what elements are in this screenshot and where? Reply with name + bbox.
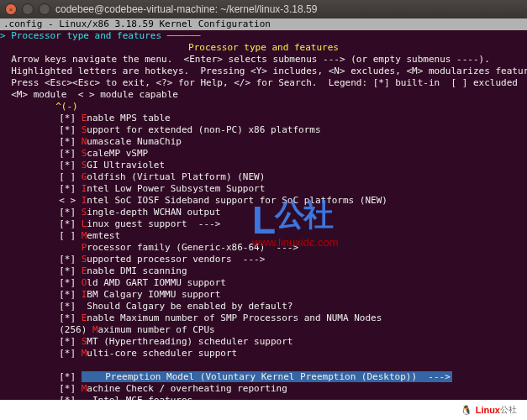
menu-label: oldfish (Virtual Platform) (NEW) [87, 171, 265, 182]
menu-item[interactable]: [*] Machine Check / overheating reportin… [0, 383, 527, 395]
page-footer: 🐧 Linux 公社 [0, 400, 527, 420]
menu-item[interactable]: [*] ScaleMP vSMP [0, 148, 527, 160]
menu-item[interactable]: [*] Enable MPS table [0, 113, 527, 124]
selected-label: Preemption Model (Voluntary Kernel Preem… [105, 371, 451, 382]
menu-label: ulti-core scheduler support [87, 348, 237, 359]
menu-label: upported processor vendors ---> [87, 254, 265, 265]
menu-item[interactable]: [*] Multi-core scheduler support [0, 348, 527, 360]
help-line: <M> module < > module capable [0, 89, 527, 101]
menu-label: emtest [87, 230, 120, 241]
menu-item[interactable]: [*] Intel Low Power Subsystem Support [0, 183, 527, 195]
menu-label: achine Check / overheating reporting [87, 383, 287, 394]
terminal: .config - Linux/x86 3.18.59 Kernel Confi… [0, 18, 527, 400]
window-titlebar: × codebee@codebee-virtual-machine: ~/ker… [0, 0, 527, 18]
menu-item[interactable]: [ ] Goldfish (Virtual Platform) (NEW) [0, 171, 527, 183]
menu-title: Processor type and features [188, 42, 339, 53]
close-icon[interactable]: × [5, 3, 17, 15]
menu-label: ld AMD GART IOMMU support [87, 277, 226, 288]
help-line: Arrow keys navigate the menu. <Enter> se… [0, 54, 527, 66]
penguin-icon: 🐧 [461, 405, 472, 416]
menu-item[interactable]: Processor family (Generic-x86-64) ---> [0, 242, 527, 254]
menu-item[interactable]: [*] SMT (Hyperthreading) scheduler suppo… [0, 336, 527, 348]
breadcrumb: > Processor type and features ────── [0, 30, 200, 41]
menu-item[interactable]: < > Intel SoC IOSF Sideband support for … [0, 195, 527, 207]
menu-label: nable Maximum number of SMP Processors a… [87, 312, 382, 323]
menu-item-selected[interactable]: Preemption Model (Voluntary Kernel Preem… [0, 360, 527, 371]
menu-label: nable DMI scanning [87, 265, 187, 276]
menu-item[interactable]: [*] Should Calgary be enabled by default… [0, 301, 527, 312]
menu-item[interactable]: [*] Supported processor vendors ---> [0, 254, 527, 265]
help-line: Press <Esc><Esc> to exit, <?> for Help, … [0, 77, 527, 89]
menu-label: upport for extended (non-PC) x86 platfor… [87, 124, 320, 135]
menu-label: BM Calgary IOMMU support [87, 289, 220, 300]
menu-item[interactable]: [*] Enable Maximum number of SMP Process… [0, 312, 527, 324]
menu-item[interactable]: [*] Single-depth WCHAN output [0, 207, 527, 218]
menu-label: ingle-depth WCHAN output [87, 207, 220, 218]
menu-label: nable MPS table [87, 113, 170, 123]
menu-item[interactable]: [*] Support for extended (non-PC) x86 pl… [0, 124, 527, 136]
menu-label: ntel Low Power Subsystem Support [87, 183, 265, 194]
menu-item[interactable]: [ ] Memtest [0, 230, 527, 242]
menu-label: ntel SoC IOSF Sideband support for SoC p… [87, 195, 387, 206]
help-line: Highlighted letters are hotkeys. Pressin… [0, 66, 527, 77]
footer-suffix: 公社 [500, 404, 517, 416]
menu-item[interactable]: [*] Enable DMI scanning [0, 265, 527, 277]
menu-hotkey: M [92, 324, 98, 335]
menu-item[interactable]: [*] SGI Ultraviolet [0, 160, 527, 171]
maximize-icon[interactable] [39, 3, 50, 15]
menu-label: umascale NumaChip [87, 136, 182, 147]
menu-item[interactable]: [*] Old AMD GART IOMMU support [0, 277, 527, 289]
scroll-up-indicator: ^(-) [55, 101, 78, 112]
menu-label: aximum number of CPUs [98, 324, 215, 335]
menu-item[interactable]: [*] IBM Calgary IOMMU support [0, 289, 527, 301]
menu-label: rocessor family (Generic-x86-64) ---> [87, 242, 298, 253]
menu-item[interactable]: [*] Linux guest support ---> [0, 218, 527, 230]
window-title: codebee@codebee-virtual-machine: ~/kerne… [55, 3, 317, 15]
menu-item[interactable]: (256) Maximum number of CPUs [0, 324, 527, 336]
menu-label: Should Calgary be enabled by default? [82, 301, 293, 312]
config-header: .config - Linux/x86 3.18.59 Kernel Confi… [0, 18, 527, 30]
menu-label: GI Ultraviolet [87, 160, 165, 171]
minimize-icon[interactable] [22, 3, 34, 15]
menu-label: caleMP vSMP [87, 148, 148, 159]
menu-label: MT (Hyperthreading) scheduler support [87, 336, 292, 347]
menu-label: inux guest support ---> [87, 218, 220, 229]
footer-brand: Linux [476, 405, 500, 415]
menu-item[interactable]: [*] Numascale NumaChip [0, 136, 527, 148]
